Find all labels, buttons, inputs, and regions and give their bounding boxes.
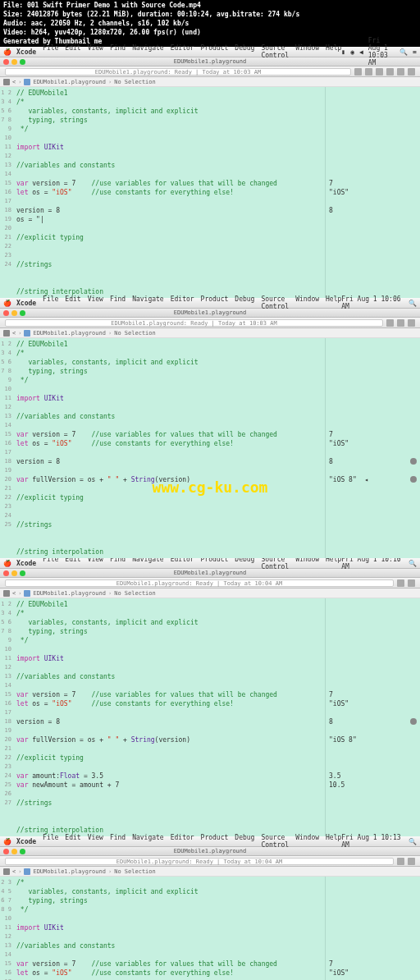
app-menu[interactable]: Xcode: [16, 838, 36, 845]
code-area[interactable]: // EDUMobile1 /* variables, constants, i…: [13, 87, 325, 298]
close-icon[interactable]: [3, 849, 9, 854]
menu-window[interactable]: Window: [295, 834, 319, 849]
apple-icon[interactable]: 🍎: [3, 48, 11, 56]
notification-icon[interactable]: ≡: [413, 48, 417, 56]
jump-bar[interactable]: < › EDUMobile1.playground › No Selection: [0, 328, 420, 338]
spotlight-icon[interactable]: 🔍: [399, 48, 408, 56]
apple-icon[interactable]: 🍎: [3, 300, 11, 307]
back-icon[interactable]: <: [12, 590, 16, 597]
menu-file[interactable]: File: [43, 44, 58, 59]
back-icon[interactable]: <: [12, 868, 16, 875]
breadcrumb-file[interactable]: EDUMobile1.playground: [33, 590, 106, 597]
apple-icon[interactable]: 🍎: [3, 560, 11, 567]
breadcrumb-selection[interactable]: No Selection: [114, 590, 156, 597]
menu-help[interactable]: Help: [326, 44, 341, 59]
code-area[interactable]: /* variables, constants, implicit and ex…: [13, 877, 325, 980]
menu-editor[interactable]: Editor: [171, 44, 194, 59]
menu-edit[interactable]: Edit: [65, 295, 80, 310]
menu-find[interactable]: Find: [110, 44, 126, 59]
editor-standard-icon[interactable]: [354, 68, 362, 76]
menu-product[interactable]: Product: [201, 295, 229, 310]
menu-file[interactable]: File: [43, 295, 58, 310]
editor-assistant-icon[interactable]: [365, 68, 372, 76]
close-icon[interactable]: [3, 570, 9, 576]
menu-window[interactable]: Window: [295, 44, 319, 59]
code-area[interactable]: // EDUMobile1 /* variables, constants, i…: [13, 338, 325, 558]
quicklook-icon[interactable]: [410, 476, 417, 483]
menu-view[interactable]: View: [88, 295, 103, 310]
close-icon[interactable]: [3, 59, 9, 65]
menu-help[interactable]: Help: [326, 295, 341, 310]
breadcrumb-selection[interactable]: No Selection: [114, 330, 156, 337]
sidebar-toggle-icon[interactable]: [3, 590, 10, 597]
code-editor-4[interactable]: 2 3 4 5 6 7 8 9 10 11 12 13 14 15 16 17 …: [0, 877, 420, 980]
zoom-icon[interactable]: [20, 849, 25, 854]
menu-editor[interactable]: Editor: [171, 295, 194, 310]
menu-view[interactable]: View: [88, 834, 103, 849]
wifi-icon[interactable]: ◉: [350, 48, 354, 56]
menu-navigate[interactable]: Navigate: [132, 44, 164, 59]
code-editor-3[interactable]: 1 2 3 4 5 6 7 8 9 10 11 12 13 14 15 16 1…: [0, 598, 420, 836]
breadcrumb-selection[interactable]: No Selection: [114, 868, 156, 875]
spotlight-icon[interactable]: 🔍: [409, 300, 417, 307]
panel-bottom-icon[interactable]: [397, 68, 404, 76]
menu-file[interactable]: File: [43, 834, 58, 849]
code-editor-1[interactable]: 1 2 3 4 5 6 7 8 9 10 11 12 13 14 15 16 1…: [0, 87, 420, 298]
spotlight-icon[interactable]: 🔍: [409, 838, 417, 845]
code-editor-2[interactable]: 1 2 3 4 5 6 7 8 9 10 11 12 13 14 15 16 1…: [0, 338, 420, 558]
app-menu[interactable]: Xcode: [16, 48, 36, 56]
jump-bar[interactable]: < › EDUMobile1.playground › No Selection: [0, 588, 420, 598]
close-icon[interactable]: [3, 310, 9, 316]
panel-left-icon[interactable]: [397, 579, 404, 587]
menu-navigate[interactable]: Navigate: [132, 834, 164, 849]
minimize-icon[interactable]: [11, 849, 17, 854]
menu-help[interactable]: Help: [326, 834, 341, 849]
panel-right-icon[interactable]: [408, 579, 415, 587]
editor-version-icon[interactable]: [376, 68, 383, 76]
breadcrumb-file[interactable]: EDUMobile1.playground: [33, 79, 106, 85]
battery-icon[interactable]: ▮: [341, 48, 345, 56]
minimize-icon[interactable]: [11, 570, 17, 576]
minimize-icon[interactable]: [11, 310, 17, 316]
minimize-icon[interactable]: [11, 59, 17, 65]
app-menu[interactable]: Xcode: [16, 300, 36, 307]
menu-edit[interactable]: Edit: [65, 44, 80, 59]
clock-text[interactable]: Fri Aug 1 10:13 AM: [341, 834, 404, 849]
panel-bottom-icon[interactable]: [397, 319, 404, 327]
spotlight-icon[interactable]: 🔍: [409, 560, 417, 567]
panel-left-icon[interactable]: [386, 68, 394, 76]
panel-right-icon[interactable]: [408, 858, 415, 865]
menu-find[interactable]: Find: [110, 295, 126, 310]
zoom-icon[interactable]: [20, 59, 25, 65]
panel-left-icon[interactable]: [397, 858, 404, 865]
menu-edit[interactable]: Edit: [65, 834, 80, 849]
volume-icon[interactable]: ◀: [359, 48, 363, 56]
breadcrumb-file[interactable]: EDUMobile1.playground: [33, 330, 106, 337]
quicklook-icon[interactable]: [410, 718, 417, 725]
breadcrumb-selection[interactable]: No Selection: [114, 79, 156, 85]
code-area[interactable]: // EDUMobile1 /* variables, constants, i…: [13, 598, 325, 836]
panel-right-icon[interactable]: [408, 319, 415, 327]
zoom-icon[interactable]: [20, 570, 25, 576]
breadcrumb-file[interactable]: EDUMobile1.playground: [33, 868, 106, 875]
sidebar-toggle-icon[interactable]: [3, 79, 10, 85]
back-icon[interactable]: <: [12, 79, 16, 85]
menu-source-control[interactable]: Source Control: [261, 834, 289, 849]
panel-right-icon[interactable]: [408, 68, 415, 76]
menu-navigate[interactable]: Navigate: [132, 295, 164, 310]
clock-text[interactable]: Fri Aug 1 10:06 AM: [341, 295, 404, 310]
menu-editor[interactable]: Editor: [171, 834, 194, 849]
panel-left-icon[interactable]: [386, 319, 394, 327]
apple-icon[interactable]: 🍎: [3, 838, 11, 845]
menu-product[interactable]: Product: [201, 44, 229, 59]
menu-window[interactable]: Window: [295, 295, 319, 310]
menu-product[interactable]: Product: [201, 834, 229, 849]
jump-bar[interactable]: < › EDUMobile1.playground › No Selection: [0, 867, 420, 877]
menu-debug[interactable]: Debug: [235, 295, 254, 310]
quicklook-icon[interactable]: [410, 458, 417, 465]
menu-source-control[interactable]: Source Control: [261, 44, 289, 59]
zoom-icon[interactable]: [20, 310, 25, 316]
clock-text[interactable]: Fri Aug 1 10:03 AM: [368, 37, 395, 66]
menu-debug[interactable]: Debug: [235, 44, 254, 59]
back-icon[interactable]: <: [12, 330, 16, 337]
